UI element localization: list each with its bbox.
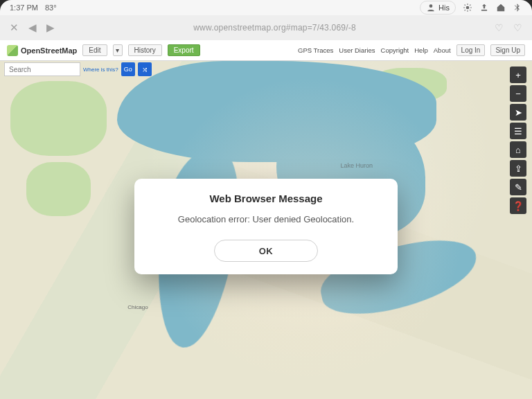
- status-time: 1:37 PM: [10, 3, 38, 12]
- share-icon: ⇪: [515, 163, 522, 174]
- alert-dialog: Web Browser Message Geolocation error: U…: [134, 179, 398, 274]
- osm-topbar: OpenStreetMap Edit ▾ History Export GPS …: [0, 40, 532, 61]
- locate-icon: ➤: [515, 107, 522, 118]
- zoom-out-button[interactable]: −: [510, 85, 526, 102]
- profile-pill[interactable]: His: [420, 1, 456, 15]
- person-icon: [426, 3, 436, 12]
- gps-traces-link[interactable]: GPS Traces: [298, 46, 333, 54]
- svg-point-0: [429, 4, 433, 8]
- browser-nav-bar: ✕ ◀ ▶ www.openstreetmap.org#map=7/43.069…: [0, 15, 532, 40]
- osm-brand: OpenStreetMap: [21, 46, 77, 55]
- help-link[interactable]: Help: [414, 46, 428, 54]
- search-row: Where is this? Go ⤭: [0, 61, 156, 78]
- url-text[interactable]: www.openstreetmap.org#map=7/43.069/-8: [64, 23, 485, 33]
- locate-button[interactable]: ➤: [510, 104, 526, 121]
- directions-icon: ⤭: [142, 66, 148, 73]
- key-button[interactable]: ⌂: [510, 141, 526, 158]
- status-temp: 83°: [45, 3, 57, 12]
- lake-label-huron: Lake Huron: [341, 162, 373, 169]
- map-tools: + − ➤ ☰ ⌂ ⇪ ✎ ❓: [510, 66, 526, 214]
- directions-button[interactable]: ⤭: [138, 62, 152, 76]
- copyright-link[interactable]: Copyright: [381, 46, 409, 54]
- bluetooth-icon[interactable]: [513, 3, 522, 12]
- svg-line-6: [465, 5, 466, 6]
- export-button[interactable]: Export: [168, 44, 200, 56]
- close-icon[interactable]: ✕: [10, 21, 19, 34]
- svg-rect-10: [481, 10, 487, 11]
- dialog-title: Web Browser Message: [150, 193, 382, 204]
- map-greenery: [26, 162, 90, 216]
- svg-line-7: [470, 10, 470, 10]
- login-button[interactable]: Log In: [456, 44, 486, 56]
- city-label-chicago: Chicago: [127, 304, 148, 310]
- favorite-icon[interactable]: ♡: [495, 22, 504, 33]
- svg-line-8: [465, 10, 466, 10]
- query-button[interactable]: ❓: [510, 197, 526, 214]
- car-status-bar: 1:37 PM 83° His: [0, 0, 532, 15]
- edit-button[interactable]: Edit: [82, 44, 107, 56]
- note-icon: ✎: [515, 182, 522, 193]
- ok-button[interactable]: OK: [214, 240, 318, 262]
- profile-label: His: [438, 3, 450, 12]
- layers-button[interactable]: ☰: [510, 123, 526, 139]
- signup-button[interactable]: Sign Up: [490, 44, 525, 56]
- osm-logo-icon: [7, 45, 18, 56]
- svg-line-9: [470, 5, 470, 6]
- osm-logo[interactable]: OpenStreetMap: [7, 45, 77, 56]
- upload-icon[interactable]: [479, 3, 489, 12]
- go-button[interactable]: Go: [121, 62, 135, 76]
- where-is-this-link[interactable]: Where is this?: [83, 66, 118, 73]
- layers-icon: ☰: [514, 126, 522, 136]
- forward-icon[interactable]: ▶: [46, 21, 55, 34]
- svg-point-1: [466, 6, 470, 10]
- search-input[interactable]: [4, 62, 80, 76]
- about-link[interactable]: About: [434, 46, 451, 54]
- zoom-in-button[interactable]: +: [510, 66, 526, 83]
- sun-icon[interactable]: [463, 3, 472, 12]
- key-icon: ⌂: [515, 145, 521, 155]
- note-button[interactable]: ✎: [510, 179, 526, 195]
- home-icon[interactable]: [496, 3, 506, 12]
- map-greenery: [10, 81, 106, 155]
- share-button[interactable]: ⇪: [510, 160, 526, 177]
- favorite-icon-2[interactable]: ♡: [513, 22, 522, 33]
- query-icon: ❓: [513, 201, 524, 211]
- history-button[interactable]: History: [128, 44, 162, 56]
- dialog-body: Geolocation error: User denied Geolocati…: [150, 214, 382, 224]
- back-icon[interactable]: ◀: [28, 21, 37, 34]
- user-diaries-link[interactable]: User Diaries: [339, 46, 375, 54]
- edit-dropdown[interactable]: ▾: [113, 44, 123, 56]
